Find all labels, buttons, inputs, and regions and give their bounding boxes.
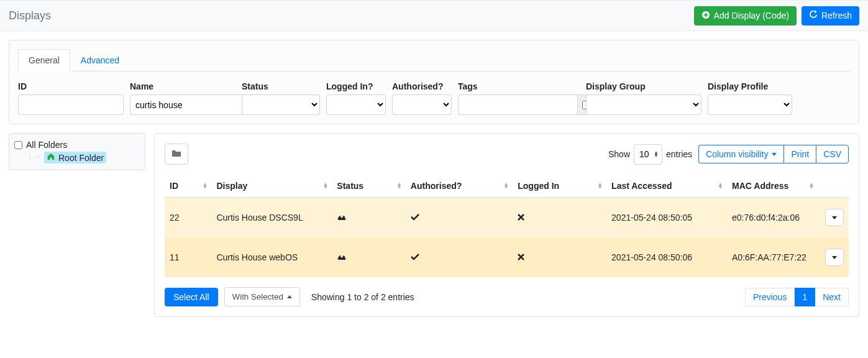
all-folders-row[interactable]: All Folders	[14, 140, 139, 150]
cell-mac: A0:6F:AA:77:E7:22	[727, 237, 818, 277]
filter-status-select[interactable]	[242, 94, 320, 115]
tree-root-label: Root Folder	[58, 153, 104, 163]
column-visibility-button[interactable]: Column visibility	[698, 145, 783, 163]
folder-icon	[171, 149, 181, 160]
row-menu-button[interactable]	[825, 209, 844, 226]
page-1-button[interactable]: 1	[795, 288, 815, 306]
col-status[interactable]: Status▲▼	[332, 175, 406, 198]
folder-tree: All Folders ⋮⋯ Root Folder	[9, 133, 145, 170]
caret-down-icon	[832, 256, 837, 259]
add-display-button[interactable]: Add Display (Code)	[694, 6, 797, 25]
cell-authorised	[406, 237, 513, 277]
tree-root-node[interactable]: ⋮⋯ Root Folder	[27, 152, 139, 163]
filter-id-label: ID	[18, 81, 124, 91]
x-icon	[518, 252, 524, 262]
cell-display: Curtis House DSCS9L	[211, 198, 332, 238]
header-actions: Add Display (Code) Refresh	[694, 6, 859, 25]
refresh-button[interactable]: Refresh	[802, 6, 859, 25]
entries-info: Showing 1 to 2 of 2 entries	[311, 292, 414, 302]
filter-authorised-select[interactable]	[392, 94, 452, 115]
sort-icon: ▲▼	[503, 183, 509, 189]
filter-authorised-label: Authorised?	[392, 81, 452, 91]
pagination: Previous 1 Next	[745, 288, 849, 306]
cell-status	[332, 198, 406, 238]
col-display[interactable]: Display▲▼	[211, 175, 332, 198]
tab-general[interactable]: General	[18, 49, 70, 71]
caret-down-icon	[832, 216, 837, 219]
page-title: Displays	[9, 9, 51, 22]
page-header: Displays Add Display (Code) Refresh	[0, 0, 868, 31]
caret-up-icon	[287, 295, 292, 298]
col-actions	[818, 175, 849, 198]
select-all-button[interactable]: Select All	[165, 288, 218, 306]
col-mac[interactable]: MAC Address▲▼	[727, 175, 818, 198]
sort-icon: ▲▼	[597, 183, 603, 189]
folder-button[interactable]	[165, 144, 188, 165]
tree-connector-icon: ⋮⋯	[27, 154, 40, 162]
all-folders-label: All Folders	[26, 140, 67, 150]
col-id[interactable]: ID▲▼	[165, 175, 211, 198]
cell-display: Curtis House webOS	[211, 237, 332, 277]
show-label: Show	[608, 149, 630, 159]
sort-icon: ▲▼	[202, 183, 208, 189]
caret-down-icon	[772, 153, 777, 156]
filter-tags-label: Tags	[458, 81, 580, 91]
svg-rect-2	[703, 14, 708, 16]
filter-id-input[interactable]	[18, 94, 124, 115]
col-lastaccessed[interactable]: Last Accessed▲▼	[606, 175, 727, 198]
filters-row: ID Name Status Logged In? Authorised?	[18, 81, 850, 115]
filter-tags-input[interactable]	[458, 94, 577, 115]
cell-loggedin	[513, 198, 606, 238]
cell-status	[332, 237, 406, 277]
filter-name-label: Name	[130, 81, 235, 91]
filter-loggedin-select[interactable]	[326, 94, 386, 115]
sort-icon: ▲▼	[718, 183, 723, 189]
cell-lastaccessed: 2021-05-24 08:50:06	[606, 237, 727, 277]
print-button[interactable]: Print	[783, 145, 816, 163]
col-loggedin[interactable]: Logged In▲▼	[513, 175, 606, 198]
filter-loggedin-label: Logged In?	[326, 81, 386, 91]
cell-id: 11	[165, 237, 211, 277]
csv-button[interactable]: CSV	[816, 145, 849, 163]
grid-panel: Show 10 ▲▼ entries Column visibility Pri…	[154, 133, 859, 317]
table-row[interactable]: 22 Curtis House DSCS9L 2021-05-24 08:50:…	[165, 198, 849, 238]
cloud-icon	[337, 252, 347, 262]
add-display-label: Add Display (Code)	[714, 11, 789, 21]
filter-profile-label: Display Profile	[708, 81, 792, 91]
col-authorised[interactable]: Authorised?▲▼	[406, 175, 513, 198]
row-menu-button[interactable]	[825, 249, 844, 266]
cloud-icon	[337, 213, 347, 223]
cell-id: 22	[165, 198, 211, 238]
cell-lastaccessed: 2021-05-24 08:50:05	[606, 198, 727, 238]
sort-icon: ▲▼	[396, 183, 402, 189]
filter-status-label: Status	[242, 81, 320, 91]
cell-mac: e0:76:d0:f4:2a:06	[727, 198, 818, 238]
cell-authorised	[406, 198, 513, 238]
filter-group-select[interactable]	[586, 94, 701, 115]
plus-circle-icon	[701, 11, 710, 21]
filter-profile-select[interactable]	[708, 94, 792, 115]
check-icon	[411, 213, 419, 223]
refresh-label: Refresh	[821, 11, 852, 21]
check-icon	[411, 252, 419, 262]
sort-icon: ▲▼	[322, 183, 328, 189]
with-selected-button[interactable]: With Selected	[224, 287, 300, 306]
page-size-select[interactable]: 10	[634, 144, 662, 165]
x-icon	[518, 213, 524, 223]
cell-loggedin	[513, 237, 606, 277]
sort-icon: ▲▼	[808, 183, 814, 189]
table-row[interactable]: 11 Curtis House webOS 2021-05-24 08:50:0…	[165, 237, 849, 277]
displays-table: ID▲▼ Display▲▼ Status▲▼ Authorised?▲▼ Lo…	[165, 175, 849, 277]
home-icon	[47, 152, 55, 163]
filter-name-input[interactable]	[130, 94, 249, 115]
filter-tabs: General Advanced	[18, 49, 850, 71]
all-folders-checkbox[interactable]	[14, 141, 22, 149]
tab-advanced[interactable]: Advanced	[70, 49, 130, 71]
page-next-button[interactable]: Next	[815, 288, 849, 306]
refresh-icon	[809, 11, 818, 21]
filter-group-label: Display Group	[586, 81, 701, 91]
page-prev-button[interactable]: Previous	[745, 288, 795, 306]
entries-label: entries	[666, 149, 692, 159]
filter-panel: General Advanced ID Name Status Logged I…	[9, 40, 859, 124]
